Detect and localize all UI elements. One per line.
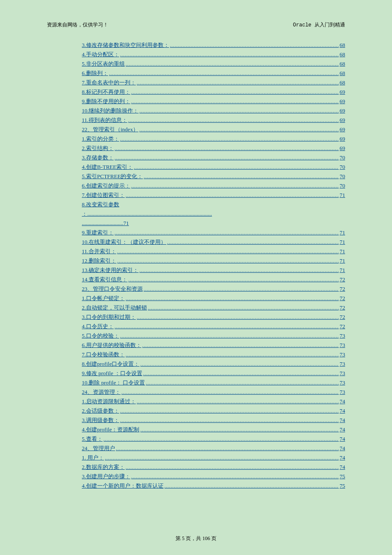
toc-link[interactable]: 7.口令校验函数： — [82, 350, 125, 359]
toc-entry: 24、资源管理：73 — [82, 387, 345, 397]
toc-dots — [120, 406, 339, 416]
toc-page: ..............................71 — [82, 220, 129, 226]
toc-page: 73 — [340, 378, 345, 387]
toc-page: 71 — [340, 237, 345, 247]
toc-link[interactable]: 13.确定未使用的索引： — [82, 266, 138, 275]
toc-link[interactable]: 5.索引PCTFREE的变化： — [82, 172, 143, 181]
toc-dots — [120, 50, 339, 59]
toc-page: 74 — [340, 406, 345, 416]
toc-dots — [117, 256, 339, 266]
toc-page: 74 — [340, 416, 345, 425]
toc-link[interactable]: 11.得到表的信息： — [82, 116, 127, 125]
toc-page: 68 — [340, 50, 345, 59]
toc-link[interactable]: 4.创建profile：资源配制 — [82, 425, 139, 434]
toc-link[interactable]: 6.用户提供的校验函数： — [82, 341, 141, 350]
toc-entry: 6.创建索引的提示：70 — [82, 181, 345, 191]
toc-entry: 12.删除索引：71 — [82, 256, 345, 266]
toc-link[interactable]: 4.创建B-TREE索引： — [82, 162, 133, 172]
toc-link[interactable]: 9.修改 profile ：口令设置 — [82, 369, 142, 378]
toc-page: 68 — [340, 78, 345, 87]
toc-link[interactable]: 3.存储参数： — [82, 153, 114, 162]
toc-link[interactable]: 10.在线重建索引：（建议不使用） — [82, 237, 166, 247]
toc-dots — [142, 341, 339, 350]
toc-page: 70 — [340, 181, 345, 191]
toc-link[interactable]: 24、管理用户 — [82, 444, 115, 453]
toc-dots — [115, 144, 339, 153]
toc-link[interactable]: 14.查看索引信息： — [82, 275, 127, 284]
toc-link[interactable]: 5.查看： — [82, 434, 103, 444]
toc-page: 72 — [340, 322, 345, 331]
toc-entry: 5.非分区表的重组68 — [82, 59, 345, 69]
toc-link[interactable]: 1.口令帐户锁定： — [82, 294, 125, 303]
toc-dots — [121, 387, 339, 397]
toc-link[interactable]: 2.数据库的方案： — [82, 462, 125, 472]
toc-link[interactable]: 3.创建用户的步骤： — [82, 472, 130, 481]
toc-link[interactable]: 7.创建位图索引： — [82, 191, 125, 200]
toc-link[interactable]: 3.修改存储参数和块空间利用参数： — [82, 40, 169, 50]
toc-page: 68 — [340, 69, 345, 78]
toc-page: 74 — [340, 397, 345, 406]
toc-link[interactable]: 5.非分区表的重组 — [82, 59, 125, 69]
toc-link[interactable]: 6.删除列： — [82, 69, 108, 78]
toc-link[interactable]: 7.重命名表中的一列： — [82, 78, 136, 87]
toc-page: 69 — [340, 116, 345, 125]
toc-dots — [137, 312, 339, 322]
toc-link[interactable]: 5.口令的校验： — [82, 331, 119, 341]
toc-link[interactable]: 4.手动分配区： — [82, 50, 119, 59]
toc-entry: 3.口令的到期和过期：72 — [82, 312, 345, 322]
header-right: Oracle 从入门到精通 — [293, 21, 345, 29]
toc-page: 69 — [340, 106, 345, 116]
toc-entry: 4.创建profile：资源配制74 — [82, 425, 345, 434]
toc-entry: 8.创建profile口令设置：73 — [82, 359, 345, 369]
toc-dots — [126, 350, 339, 359]
toc-entry[interactable]: 8.改变索引参数：...............................… — [82, 200, 345, 228]
toc-dots — [134, 162, 339, 172]
toc-link[interactable]: 9.删除不使用的列： — [82, 97, 130, 106]
toc-dots — [131, 87, 339, 97]
toc-link[interactable]: 23、管理口令安全和资源 — [82, 284, 143, 294]
toc-page: 70 — [340, 172, 345, 181]
toc-dots — [126, 294, 339, 303]
toc-link[interactable]: 3.口令的到期和过期： — [82, 312, 136, 322]
toc-link[interactable]: 4.创建一个新的用户：数据库认证 — [82, 481, 164, 491]
table-of-contents: 3.修改存储参数和块空间利用参数：684.手动分配区：685.非分区表的重组68… — [47, 40, 345, 491]
toc-entry: 6.删除列：68 — [82, 69, 345, 78]
toc-dots — [148, 303, 339, 312]
toc-entry: 11.合并索引：71 — [82, 247, 345, 256]
toc-page: 74 — [340, 462, 345, 472]
toc-dots — [170, 40, 339, 50]
toc-link[interactable]: 1.索引的分类： — [82, 134, 119, 144]
toc-entry: 6.用户提供的校验函数：73 — [82, 341, 345, 350]
toc-link[interactable]: 3.调用级参数： — [82, 416, 119, 425]
toc-dots — [104, 434, 339, 444]
toc-link[interactable]: 24、资源管理： — [82, 387, 121, 397]
toc-link[interactable]: 9.重建索引： — [82, 228, 114, 237]
toc-link[interactable]: 2.会话级参数： — [82, 406, 119, 416]
toc-link[interactable]: 4.口令历史： — [82, 322, 114, 331]
toc-link[interactable]: 2.自动锁定，可以手动解锁 — [82, 303, 147, 312]
toc-link[interactable]: 12.删除索引： — [82, 256, 116, 266]
toc-entry: 5.索引PCTFREE的变化：70 — [82, 172, 345, 181]
document-page: 资源来自网络，仅供学习！ Oracle 从入门到精通 3.修改存储参数和块空间利… — [0, 0, 392, 555]
toc-dots — [167, 237, 339, 247]
toc-page: 74 — [340, 425, 345, 434]
toc-page: 72 — [340, 275, 345, 284]
toc-link[interactable]: 8.标记列不再使用： — [82, 87, 130, 97]
toc-page: 75 — [340, 481, 345, 491]
toc-link[interactable]: 8.创建profile口令设置： — [82, 359, 139, 369]
toc-link[interactable]: 1.启动资源限制通过： — [82, 397, 136, 406]
toc-dots — [139, 106, 339, 116]
toc-dots — [140, 359, 339, 369]
toc-entry: 3.调用级参数：74 — [82, 416, 345, 425]
toc-link[interactable]: 10.删除 profile： 口令设置 — [82, 378, 145, 387]
toc-link[interactable]: 8.改变索引参数 — [82, 201, 119, 208]
toc-page: 73 — [340, 341, 345, 350]
toc-link[interactable]: 11.合并索引： — [82, 247, 116, 256]
toc-link[interactable]: 22、管理索引（index） — [82, 125, 138, 134]
toc-page: 74 — [340, 444, 345, 453]
toc-link[interactable]: 2.索引结构： — [82, 144, 114, 153]
toc-link[interactable]: 1. 用户： — [82, 453, 104, 462]
toc-link[interactable]: 10.继续列的删除操作： — [82, 106, 138, 116]
toc-link[interactable]: 6.创建索引的提示： — [82, 181, 130, 191]
toc-entry: 9.删除不使用的列：69 — [82, 97, 345, 106]
